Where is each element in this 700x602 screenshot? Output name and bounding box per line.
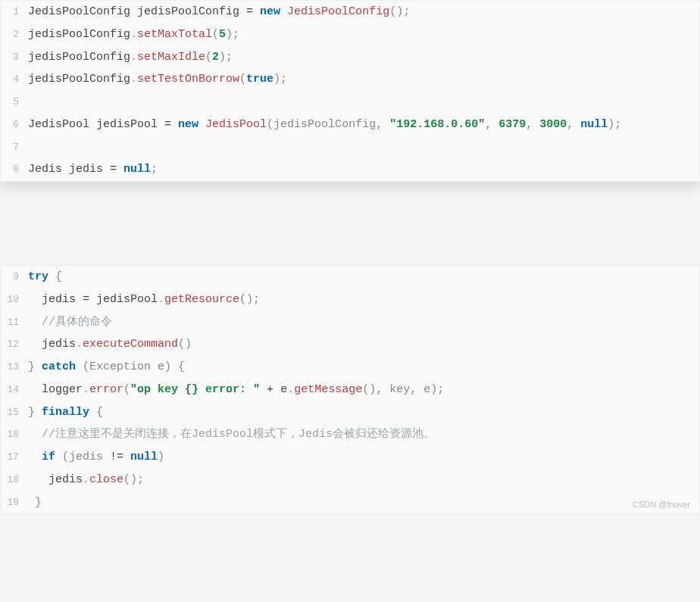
token-plain [280, 5, 287, 18]
code-content: //注意这里不是关闭连接，在JedisPool模式下，Jedis会被归还给资源池… [28, 424, 699, 445]
token-plain: Jedis jedis [28, 163, 110, 176]
line-number: 2 [1, 26, 28, 44]
line-number: 13 [1, 358, 28, 376]
watermark: CSDN @friover [633, 500, 690, 509]
token-paren: { [89, 406, 103, 419]
line-number: 9 [1, 268, 28, 286]
token-method: setTestOnBorrow [137, 73, 239, 86]
token-str: "192.168.0.60" [389, 118, 485, 131]
code-content: JedisPool jedisPool = new JedisPool(jedi… [28, 114, 699, 136]
token-paren: (); [389, 5, 410, 18]
token-kw: new [178, 118, 198, 131]
token-paren: , [485, 118, 498, 131]
code-content: jedis = jedisPool.getResource(); [28, 289, 699, 310]
code-line: 4jedisPoolConfig.setTestOnBorrow(true); [1, 68, 699, 91]
line-number: 6 [1, 116, 28, 134]
token-plain: jedis [28, 293, 83, 306]
token-plain: jedis [28, 338, 76, 351]
token-plain [260, 383, 267, 396]
token-kw: if [42, 451, 55, 463]
code-block-1: 9try {10 jedis = jedisPool.getResource()… [0, 265, 700, 514]
line-number: 16 [1, 426, 28, 444]
token-op: = [110, 163, 117, 176]
token-paren: { [48, 270, 62, 283]
token-nullkw: null [123, 163, 151, 176]
line-number: 5 [1, 93, 28, 111]
code-line: 15} finally { [1, 401, 699, 424]
token-plain [28, 428, 42, 441]
code-content: } finally { [28, 402, 699, 423]
token-kw: try [28, 270, 48, 283]
code-line: 2jedisPoolConfig.setMaxTotal(5); [1, 23, 699, 46]
line-number: 1 [1, 3, 28, 21]
code-content: logger.error("op key {} error: " + e.get… [28, 379, 699, 401]
token-method: getMessage [294, 383, 362, 396]
token-plain [171, 118, 178, 131]
token-num: 5 [219, 28, 226, 41]
token-kw: new [260, 5, 280, 18]
line-number: 18 [1, 471, 28, 489]
token-paren: ) [158, 451, 164, 463]
code-content: jedisPoolConfig.setTestOnBorrow(true); [28, 69, 699, 90]
token-num: 3000 [539, 118, 567, 131]
token-paren: (jedis [55, 451, 110, 463]
line-number: 7 [1, 139, 28, 157]
token-paren: , [567, 118, 580, 131]
code-line: 1JedisPoolConfig jedisPoolConfig = new J… [1, 1, 699, 23]
code-content: //具体的命令 [28, 312, 699, 333]
code-content: } [28, 492, 699, 513]
line-number: 15 [1, 404, 28, 422]
code-content [28, 92, 699, 113]
token-paren: ); [226, 28, 239, 41]
code-content: JedisPoolConfig jedisPoolConfig = new Je… [28, 2, 699, 23]
code-line: 11 //具体的命令 [1, 311, 699, 334]
token-dot: . [76, 338, 83, 351]
token-kw: finally [42, 406, 89, 419]
token-plain [28, 451, 42, 463]
token-plain: jedisPoolConfig [28, 51, 130, 64]
code-line: 14 logger.error("op key {} error: " + e.… [1, 379, 699, 401]
code-line: 13} catch (Exception e) { [1, 356, 699, 379]
code-block-0: 1JedisPoolConfig jedisPoolConfig = new J… [0, 0, 700, 182]
token-plain: e [273, 383, 287, 396]
token-plain: jedisPoolConfig [28, 73, 130, 86]
token-comment: //具体的命令 [42, 316, 112, 329]
token-plain [117, 163, 123, 176]
code-line: 8Jedis jedis = null; [1, 158, 699, 181]
line-number: 10 [1, 291, 28, 309]
code-line: 5 [1, 91, 699, 114]
token-op: + [267, 383, 273, 396]
code-line: 18 jedis.close(); [1, 469, 699, 491]
line-number: 17 [1, 448, 28, 466]
token-paren: ); [608, 118, 621, 131]
token-method: getResource [164, 293, 239, 306]
token-method: setMaxIdle [137, 51, 205, 64]
code-line: 9try { [1, 266, 699, 289]
code-content: jedisPoolConfig.setMaxTotal(5); [28, 24, 699, 45]
token-plain: JedisPool jedisPool [28, 118, 164, 131]
code-content: jedis.executeCommand() [28, 334, 699, 355]
line-number: 8 [1, 161, 28, 179]
token-op: != [110, 451, 123, 463]
token-op: = [246, 5, 253, 18]
code-line: 10 jedis = jedisPool.getResource(); [1, 289, 699, 311]
token-dot: . [83, 473, 89, 486]
token-paren: ( [239, 73, 246, 86]
code-line: 7 [1, 136, 699, 159]
token-op: = [83, 293, 89, 306]
token-num: 2 [212, 51, 219, 64]
token-method: error [89, 383, 123, 396]
token-paren: ; [151, 163, 158, 176]
code-content: jedisPoolConfig.setMaxIdle(2); [28, 47, 699, 68]
line-number: 19 [1, 494, 28, 512]
token-kw: catch [42, 360, 76, 373]
token-plain: jedisPool [89, 293, 158, 306]
token-comment: //注意这里不是关闭连接，在JedisPool模式下，Jedis会被归还给资源池… [42, 428, 435, 441]
code-content: Jedis jedis = null; [28, 159, 699, 180]
token-plain [198, 118, 205, 131]
token-method: close [89, 473, 123, 486]
code-line: 17 if (jedis != null) [1, 446, 699, 469]
line-number: 4 [1, 70, 28, 89]
line-number: 12 [1, 335, 28, 354]
token-plain: jedisPoolConfig [28, 28, 130, 41]
